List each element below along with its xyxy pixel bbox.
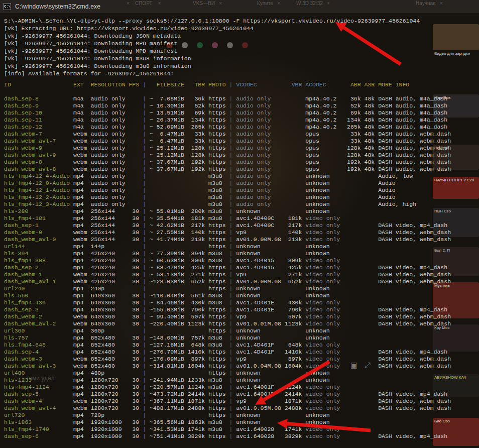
spacer (205, 278, 208, 285)
spacer (139, 117, 143, 124)
format-row: hls_fmp4-181mp4256x144 30 | ~ 35.54MiB 1… (4, 215, 451, 222)
spacer (139, 426, 143, 433)
more-info: DASH audio, webm_dash (378, 152, 451, 159)
terminal-screen[interactable]: S:\-ADMIN-\_Se7en_\Yt-dlp>yt-dlp --proxy… (4, 13, 479, 448)
spacer (205, 243, 208, 250)
spacer (302, 299, 305, 306)
spacer (184, 419, 188, 426)
filesize: ~ 6.47MiB (150, 138, 184, 145)
more-info: DASH audio, webm_dash (378, 159, 451, 166)
format-row: hls_fmp4-648mp4852x480 30 | ~127.16MiB 6… (4, 342, 451, 349)
spacer (361, 187, 365, 194)
fps: 30 (129, 236, 139, 243)
spacer (361, 102, 365, 109)
spacer (281, 391, 285, 398)
spacer (375, 292, 378, 299)
ext: webm (73, 159, 91, 166)
abr: 36k (343, 95, 361, 102)
column-divider: | (143, 102, 146, 109)
tbr: 192k (188, 159, 205, 166)
fps: 30 (129, 426, 139, 433)
filesize: ~148.60MiB (150, 334, 184, 342)
vcodec: audio only (236, 102, 281, 109)
ext: mp4 (73, 334, 91, 342)
filesize: ~220.40MiB (150, 320, 184, 327)
proto: https (208, 271, 226, 278)
spacer (126, 131, 129, 138)
column-divider: | (143, 159, 146, 166)
format-id: hls-757 (4, 334, 73, 342)
vcodec: avc1.4D400C (236, 215, 281, 222)
spacer (139, 292, 143, 299)
vbr: 1604k (285, 363, 302, 370)
format-id: dash_sep-3 (4, 306, 73, 313)
vcodec: audio only (236, 152, 281, 159)
window-titlebar[interactable]: C:\ C:\windows\system32\cmd.exe (0, 0, 479, 13)
spacer (126, 124, 129, 131)
spacer (184, 215, 188, 222)
spacer (375, 384, 378, 391)
column-divider: | (143, 109, 146, 117)
spacer (302, 257, 305, 264)
spacer (146, 152, 150, 159)
vcodec: audio only (236, 159, 281, 166)
spacer (361, 405, 365, 412)
spacer (205, 124, 208, 131)
spacer (340, 292, 343, 299)
spacer (139, 166, 143, 173)
format-row: dash_sep-8m4aaudio only | ~ 7.08MiB 36k … (4, 95, 451, 102)
format-row: hls_fmp4-308mp4426x240 30 | ~ 60.63MiB 3… (4, 257, 451, 264)
spacer (281, 278, 285, 285)
ext: mp4 (73, 426, 91, 433)
spacer (375, 166, 378, 173)
proto: m3u8 (208, 384, 226, 391)
spacer (281, 102, 285, 109)
spacer (205, 109, 208, 117)
spacer (232, 180, 236, 187)
spacer (226, 124, 229, 131)
vbr: 425k (285, 264, 302, 271)
spacer (146, 138, 150, 145)
resolution: 852x480 (91, 349, 126, 356)
spacer (232, 152, 236, 159)
background-browser-tab: Купите × (257, 1, 280, 6)
spacer (139, 433, 143, 440)
proto: https (208, 117, 226, 124)
spacer (232, 95, 236, 102)
spacer (226, 370, 229, 377)
spacer (184, 131, 188, 138)
spacer (232, 131, 236, 138)
format-id: hls_fmp4-12_4-Audio (4, 173, 73, 180)
tbr: 507k (188, 313, 205, 320)
background-browser-tab: × СПОРТ × (127, 1, 161, 6)
acodec: video only (305, 264, 340, 271)
spacer (232, 117, 236, 124)
spacer (226, 138, 229, 145)
column-divider: | (229, 229, 232, 236)
resolution: audio only (91, 124, 126, 131)
proto: https (208, 222, 226, 229)
column-divider: | (143, 117, 146, 124)
spacer (302, 306, 305, 313)
header-vbr: VBR (285, 81, 302, 88)
header-filesize: FILESIZE (150, 81, 184, 88)
spacer (184, 264, 188, 271)
cmd-icon[interactable]: C:\ (4, 3, 11, 10)
spacer (126, 250, 129, 257)
resolution: 1280x720 (91, 398, 126, 405)
spacer (281, 299, 285, 306)
fps: 30 (129, 215, 139, 222)
spacer (302, 384, 305, 391)
spacer (139, 370, 143, 377)
spacer (226, 419, 229, 426)
spacer (226, 117, 229, 124)
spacer (361, 159, 365, 166)
spacer (139, 215, 143, 222)
tbr: 52k (188, 102, 205, 109)
spacer (232, 201, 236, 208)
spacer (126, 334, 129, 342)
proto: https (208, 145, 226, 152)
header-tbr: TBR (188, 81, 205, 88)
format-id: dash_sep-10 (4, 109, 73, 117)
spacer (375, 306, 378, 313)
